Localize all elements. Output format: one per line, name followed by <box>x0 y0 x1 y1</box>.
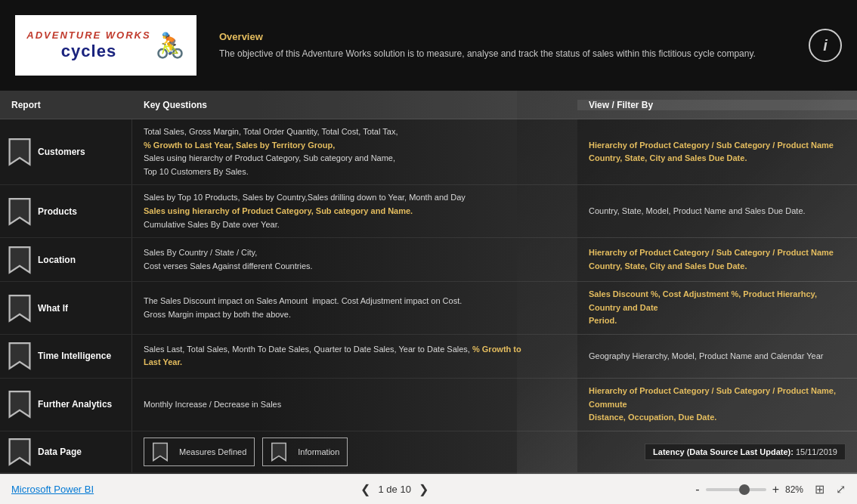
cell-report-location[interactable]: Location <box>0 238 132 281</box>
table-row[interactable]: Time Intelligence Sales Last, Total Sale… <box>0 335 857 379</box>
report-label-products: Products <box>38 206 77 217</box>
bookmark-icon-customers <box>8 138 32 166</box>
bookmark-icon-datapage <box>8 438 32 466</box>
zoom-percent: 82% <box>785 484 803 495</box>
info-icon: i <box>823 37 828 54</box>
cell-filter-furtheranalytics: Hierarchy of Product Category / Sub Cate… <box>577 379 857 431</box>
footer-right: - + 82% ⊞ ⤢ <box>695 482 846 496</box>
bookmark-icon-products <box>8 197 32 226</box>
logo: ADVENTURE WORKS cycles 🚴 <box>26 29 184 61</box>
cell-questions-products: Sales by Top 10 Products, Sales by Count… <box>132 185 577 237</box>
svg-marker-8 <box>272 443 286 460</box>
cell-report-furtheranalytics[interactable]: Further Analytics <box>0 379 132 431</box>
main-area: Report Key Questions View / Filter By Cu… <box>0 91 857 504</box>
svg-marker-4 <box>10 344 30 369</box>
cell-latency: Latency (Data Source Last Update): 15/11… <box>577 431 857 472</box>
latency-box: Latency (Data Source Last Update): 15/11… <box>645 444 846 460</box>
zoom-plus-button[interactable]: + <box>772 483 779 496</box>
page-current: 1 <box>378 484 383 495</box>
zoom-minus-button[interactable]: - <box>695 483 699 496</box>
svg-marker-2 <box>10 247 30 273</box>
overview-box: Overview The objective of this Adventure… <box>196 20 809 72</box>
information-button[interactable]: Information <box>262 438 348 466</box>
pbi-link[interactable]: Microsoft Power BI <box>11 484 94 495</box>
table-row[interactable]: What If The Sales Discount impact on Sal… <box>0 282 857 335</box>
cell-report-timeintelligence[interactable]: Time Intelligence <box>0 335 132 378</box>
latency-date: 15/11/2019 <box>796 447 837 456</box>
svg-marker-3 <box>10 295 30 321</box>
cell-questions-customers: Total Sales, Gross Margin, Total Order Q… <box>132 119 577 184</box>
zoom-slider[interactable] <box>706 488 766 491</box>
col-questions-header: Key Questions <box>132 100 577 110</box>
zoom-thumb <box>739 484 750 495</box>
report-label-furtheranalytics: Further Analytics <box>38 399 112 410</box>
cell-report-customers[interactable]: Customers <box>0 119 132 184</box>
overview-text: The objective of this Adventure Works so… <box>219 47 786 60</box>
cell-questions-furtheranalytics: Monthly Increase / Decrease in Sales <box>132 379 577 431</box>
cell-filter-timeintelligence: Geography Hierarchy, Model, Product Name… <box>577 335 857 378</box>
report-label-datapage: Data Page <box>38 447 82 457</box>
cell-bottom-btns: Measures Defined Information <box>132 431 577 472</box>
bookmark-icon-information <box>271 442 287 462</box>
measures-defined-label: Measures Defined <box>179 447 246 456</box>
info-button[interactable]: i <box>809 29 842 62</box>
logo-line1: ADVENTURE WORKS <box>26 29 150 42</box>
cell-filter-location: Hierarchy of Product Category / Sub Cate… <box>577 238 857 281</box>
information-label: Information <box>298 447 339 456</box>
svg-marker-6 <box>10 439 30 465</box>
content: Report Key Questions View / Filter By Cu… <box>0 91 857 474</box>
bookmark-icon-furtheranalytics <box>8 390 32 419</box>
cell-filter-customers: Hierarchy of Product Category / Sub Cate… <box>577 119 857 184</box>
report-label-whatif: What If <box>38 303 68 314</box>
table-row[interactable]: Location Sales By Country / State / City… <box>0 238 857 282</box>
col-filter-header: View / Filter By <box>577 100 857 110</box>
prev-page-button[interactable]: ❮ <box>360 482 370 496</box>
latency-label: Latency (Data Source Last Update): <box>653 447 794 456</box>
col-report-header: Report <box>0 100 132 110</box>
report-label-location: Location <box>38 255 76 265</box>
svg-marker-1 <box>10 199 30 224</box>
table-body: Customers Total Sales, Gross Margin, Tot… <box>0 119 857 474</box>
bookmark-icon-location <box>8 246 32 274</box>
page-nav: ❮ 1 de 10 ❯ <box>360 482 428 496</box>
top-bar: ADVENTURE WORKS cycles 🚴 Overview The ob… <box>0 0 857 91</box>
table-header: Report Key Questions View / Filter By <box>0 91 857 119</box>
bookmark-icon-whatif <box>8 294 32 323</box>
chrome-footer: Microsoft Power BI ❮ 1 de 10 ❯ - + 82% ⊞… <box>0 474 857 504</box>
svg-marker-7 <box>153 443 167 460</box>
table-row-datapage[interactable]: Data Page Measures Defined <box>0 431 857 473</box>
table-row[interactable]: Products Sales by Top 10 Products, Sales… <box>0 185 857 238</box>
cell-filter-products: Country, State, Model, Product Name and … <box>577 185 857 237</box>
bookmark-icon-measures <box>152 442 169 462</box>
overview-title: Overview <box>219 31 786 42</box>
measures-defined-button[interactable]: Measures Defined <box>144 438 255 466</box>
table-row[interactable]: Customers Total Sales, Gross Margin, Tot… <box>0 119 857 185</box>
bookmark-icon-timeintelligence <box>8 342 32 370</box>
table-row[interactable]: Further Analytics Monthly Increase / Dec… <box>0 379 857 431</box>
logo-cyclist-icon: 🚴 <box>155 31 185 60</box>
logo-line2: cycles <box>26 42 150 61</box>
page-info: 1 de 10 <box>378 484 410 495</box>
cell-questions-location: Sales By Country / State / City, Cost ve… <box>132 238 577 281</box>
next-page-button[interactable]: ❯ <box>419 482 428 496</box>
svg-marker-0 <box>10 139 30 165</box>
zoom-controls: - + 82% <box>695 483 803 496</box>
fit-page-button[interactable]: ⊞ <box>815 482 825 496</box>
logo-box: ADVENTURE WORKS cycles 🚴 <box>15 15 196 76</box>
footer-center: ❮ 1 de 10 ❯ <box>94 482 695 496</box>
cell-questions-timeintelligence: Sales Last, Total Sales, Month To Date S… <box>132 335 577 378</box>
page-separator: de <box>386 484 400 495</box>
svg-marker-5 <box>10 392 30 418</box>
cell-questions-whatif: The Sales Discount impact on Sales Amoun… <box>132 282 577 334</box>
cell-report-datapage[interactable]: Data Page <box>0 431 132 472</box>
cell-report-whatif[interactable]: What If <box>0 282 132 334</box>
report-label-customers: Customers <box>38 147 85 157</box>
report-label-timeintelligence: Time Intelligence <box>38 351 111 361</box>
cell-filter-whatif: Sales Discount %, Cost Adjustment %, Pro… <box>577 282 857 334</box>
cell-report-products[interactable]: Products <box>0 185 132 237</box>
page-total: 10 <box>400 484 410 495</box>
fullscreen-button[interactable]: ⤢ <box>836 482 846 496</box>
